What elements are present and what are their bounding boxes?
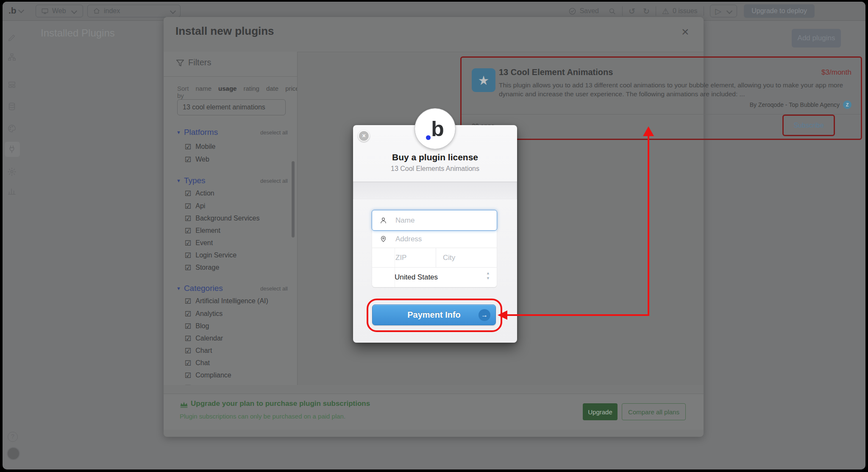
- name-field-row[interactable]: [372, 210, 497, 231]
- category-item-partial[interactable]: ☑: [185, 383, 191, 385]
- categories-section-header[interactable]: ▼ Categories deselect all: [176, 283, 288, 293]
- divider: [395, 268, 395, 287]
- type-item-api[interactable]: ☑Api: [185, 201, 205, 211]
- database-icon[interactable]: [7, 102, 17, 112]
- layout-blocks-icon[interactable]: [7, 80, 17, 90]
- deselect-all-link[interactable]: deselect all: [260, 178, 288, 184]
- home-icon: [93, 7, 100, 15]
- city-input[interactable]: [442, 253, 537, 263]
- sort-option-rating[interactable]: rating: [243, 85, 259, 99]
- upgrade-to-deploy-button[interactable]: Upgrade to deploy: [744, 4, 815, 18]
- name-input[interactable]: [395, 216, 497, 225]
- banner-subtitle: Plugin subscriptions can only be purchas…: [180, 413, 345, 420]
- type-item-storage[interactable]: ☑Storage: [185, 263, 219, 273]
- annotation-arrow-up-head: [643, 126, 654, 136]
- search-icon[interactable]: [608, 7, 616, 15]
- design-pencil-icon[interactable]: [7, 33, 17, 43]
- checkout-subtitle: 13 Cool Elements Animations: [353, 165, 517, 173]
- warning-icon: ⚠: [662, 6, 669, 16]
- checkout-title: Buy a plugin license: [353, 152, 517, 162]
- web-menu-label: Web: [52, 7, 66, 15]
- zip-city-row: [372, 248, 497, 268]
- checkbox-checked-icon: ☑: [185, 189, 191, 198]
- bubble-logo-badge: b: [415, 109, 455, 149]
- category-item-analytics[interactable]: ☑Analytics: [185, 309, 223, 319]
- category-item-calendar[interactable]: ☑Calendar: [185, 333, 223, 344]
- type-item-background-services[interactable]: ☑Background Services: [185, 213, 259, 223]
- workflow-icon[interactable]: [7, 53, 17, 63]
- plugins-plug-icon[interactable]: [7, 145, 17, 155]
- types-label: Types: [184, 176, 206, 185]
- type-item-event[interactable]: ☑Event: [185, 238, 213, 248]
- address-input[interactable]: [395, 235, 497, 244]
- filters-title: Filters: [188, 58, 211, 67]
- category-item-chat[interactable]: ☑Chat: [185, 358, 210, 368]
- platforms-label: Platforms: [184, 128, 218, 137]
- deselect-all-link[interactable]: deselect all: [260, 285, 288, 292]
- deselect-all-link[interactable]: deselect all: [260, 129, 288, 136]
- help-icon[interactable]: ?: [8, 432, 18, 442]
- preview-button[interactable]: ▷: [710, 5, 737, 17]
- checkbox-checked-icon: ☑: [185, 226, 191, 235]
- checkbox-checked-icon: ☑: [185, 263, 191, 272]
- bubble-logo[interactable]: .b: [8, 6, 23, 16]
- triangle-down-icon: ▼: [176, 178, 181, 183]
- subscribe-button[interactable]: Subscribe: [793, 122, 823, 129]
- plugin-search-input[interactable]: [177, 99, 286, 115]
- user-avatar[interactable]: [7, 447, 20, 460]
- category-item-chart[interactable]: ☑Chart: [185, 346, 212, 356]
- country-select-row[interactable]: United States ▲ ▼: [372, 268, 497, 287]
- settings-gear-icon[interactable]: [7, 167, 17, 177]
- map-pin-icon: [372, 235, 395, 243]
- checkbox-checked-icon: ☑: [185, 322, 191, 331]
- upgrade-button[interactable]: Upgrade: [583, 403, 618, 420]
- type-item-login-service[interactable]: ☑Login Service: [185, 250, 236, 260]
- crown-icon: [180, 400, 188, 408]
- sort-option-price[interactable]: price: [285, 85, 297, 99]
- plugin-author[interactable]: By Zeroqode - Top Bubble Agency: [750, 101, 840, 108]
- logs-chart-icon[interactable]: [7, 187, 17, 197]
- sort-up-icon: ▲: [486, 271, 490, 276]
- platforms-section-header[interactable]: ▼ Platforms deselect all: [176, 127, 288, 137]
- type-item-action[interactable]: ☑Action: [185, 188, 214, 198]
- undo-icon[interactable]: ↺: [629, 6, 635, 16]
- issues-count[interactable]: 0 issues: [673, 7, 698, 15]
- platform-item-mobile[interactable]: ☑Mobile: [185, 142, 215, 152]
- checkbox-checked-icon: ☑: [185, 251, 191, 260]
- category-item-ai[interactable]: ☑Artificial Intelligence (AI): [185, 296, 268, 306]
- sort-option-usage[interactable]: usage: [218, 85, 236, 99]
- checkbox-checked-icon: ☑: [185, 359, 191, 368]
- category-item-blog[interactable]: ☑Blog: [185, 321, 209, 331]
- chevron-down-icon: [726, 8, 732, 14]
- plugin-star-icon: ★: [472, 68, 495, 92]
- sort-option-name[interactable]: name: [196, 85, 212, 99]
- play-icon: ▷: [715, 6, 722, 16]
- type-item-element[interactable]: ☑Element: [185, 226, 220, 236]
- triangle-down-icon: ▼: [176, 286, 181, 291]
- compare-all-plans-button[interactable]: Compare all plans: [622, 403, 686, 420]
- filters-scrollbar[interactable]: [292, 161, 295, 237]
- checkbox-checked-icon: ☑: [185, 346, 191, 355]
- plugin-title[interactable]: 13 Cool Element Animations: [499, 67, 613, 77]
- sort-row: Sort by name usage rating date price: [177, 85, 297, 99]
- dialog-close-icon[interactable]: ×: [682, 25, 689, 38]
- checkbox-checked-icon: ☑: [185, 310, 191, 318]
- types-section-header[interactable]: ▼ Types deselect all: [176, 176, 288, 186]
- chevron-down-icon: [71, 8, 77, 14]
- checkout-close-icon[interactable]: ×: [358, 130, 370, 142]
- web-menu[interactable]: Web: [36, 5, 83, 17]
- redo-icon[interactable]: ↻: [643, 6, 650, 16]
- styles-palette-icon[interactable]: [7, 124, 17, 134]
- add-plugins-button[interactable]: Add plugins: [792, 29, 841, 47]
- address-field-row[interactable]: [372, 230, 497, 248]
- page-menu[interactable]: index: [87, 5, 181, 17]
- plugin-card: ★ 13 Cool Element Animations $3/month Th…: [460, 56, 862, 140]
- category-item-compliance[interactable]: ☑Compliance: [185, 370, 231, 380]
- bubble-logo-text: .b: [8, 6, 17, 15]
- zip-input[interactable]: [395, 253, 436, 263]
- sort-option-date[interactable]: date: [266, 85, 278, 99]
- platform-item-web[interactable]: ☑Web: [185, 154, 209, 165]
- monitor-icon: [41, 7, 49, 15]
- sort-by-label: Sort by: [177, 85, 189, 99]
- checkbox-checked-icon: ☑: [185, 334, 191, 343]
